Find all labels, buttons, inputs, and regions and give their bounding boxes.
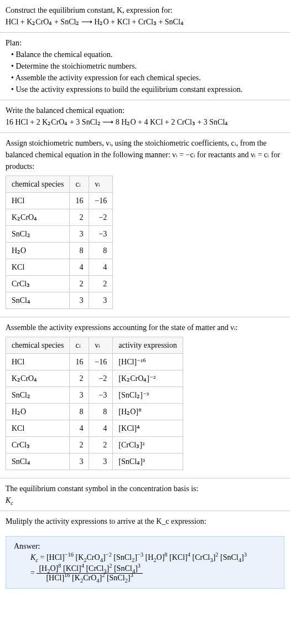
cell-activity: [CrCl₃]² <box>113 437 183 454</box>
cell-ci: 2 <box>70 276 89 292</box>
cell-vi: 2 <box>89 276 113 292</box>
cell-activity: [SnCl₄]³ <box>113 454 183 470</box>
multiply-text: Mulitply the activity expressions to arr… <box>6 516 284 527</box>
cell-ci: 16 <box>70 354 89 370</box>
table-row: KCl44 <box>6 259 113 276</box>
cell-activity: [H₂O]⁸ <box>113 404 183 420</box>
cell-species: KCl <box>6 420 70 437</box>
stoich-text: Assign stoichiometric numbers, νᵢ, using… <box>6 137 284 172</box>
cell-ci: 8 <box>70 243 89 259</box>
cell-species: HCl <box>6 354 70 370</box>
table-row: H₂O88 <box>6 243 113 259</box>
cell-species: SnCl₂ <box>6 387 70 404</box>
cell-ci: 4 <box>70 259 89 276</box>
cell-species: HCl <box>6 193 70 209</box>
cell-vi: −16 <box>89 354 113 370</box>
cell-species: H₂O <box>6 243 70 259</box>
cell-vi: 3 <box>89 454 113 470</box>
plan-bullet: • Determine the stoichiometric numbers. <box>11 60 284 72</box>
col-ci: cᵢ <box>70 337 89 354</box>
table-row: KCl44[KCl]⁴ <box>6 420 183 437</box>
cell-ci: 2 <box>70 370 89 387</box>
table-row: HCl16−16[HCl]⁻¹⁶ <box>6 354 183 370</box>
plan-bullet: • Assemble the activity expression for e… <box>11 72 284 84</box>
answer-label: Answer: <box>14 542 276 551</box>
cell-ci: 3 <box>70 387 89 404</box>
activity-section: Assemble the activity expressions accoun… <box>0 317 290 478</box>
intro-section: Construct the equilibrium constant, K, e… <box>0 0 290 33</box>
cell-species: SnCl₄ <box>6 292 70 309</box>
stoich-table: chemical species cᵢ νᵢ HCl16−16 K₂CrO₄2−… <box>6 176 113 309</box>
answer-kc-fraction: = [H2O]8 [KCl]4 [CrCl3]2 [SnCl4]3 [HCl]1… <box>30 564 276 583</box>
table-row: K₂CrO₄2−2[K₂CrO₄]⁻² <box>6 370 183 387</box>
cell-vi: 8 <box>89 243 113 259</box>
cell-ci: 2 <box>70 209 89 226</box>
table-row: K₂CrO₄2−2 <box>6 209 113 226</box>
cell-ci: 8 <box>70 404 89 420</box>
table-row: CrCl₃22 <box>6 276 113 292</box>
cell-activity: [K₂CrO₄]⁻² <box>113 370 183 387</box>
cell-species: CrCl₃ <box>6 437 70 454</box>
col-ci: cᵢ <box>70 176 89 193</box>
table-header-row: chemical species cᵢ νᵢ activity expressi… <box>6 337 183 354</box>
symbol-text: The equilibrium constant symbol in the c… <box>6 483 284 494</box>
table-row: SnCl₂3−3 <box>6 226 113 243</box>
col-activity: activity expression <box>113 337 183 354</box>
cell-activity: [KCl]⁴ <box>113 420 183 437</box>
cell-species: SnCl₄ <box>6 454 70 470</box>
cell-vi: 8 <box>89 404 113 420</box>
balanced-equation: 16 HCl + 2 K₂CrO₄ + 3 SnCl₂ ⟶ 8 H₂O + 4 … <box>6 116 284 128</box>
equals-sign: = <box>30 569 35 577</box>
cell-vi: −3 <box>89 226 113 243</box>
plan-bullet: • Balance the chemical equation. <box>11 49 284 60</box>
symbol-kc: Kc <box>6 494 284 506</box>
cell-vi: 4 <box>89 420 113 437</box>
cell-vi: 3 <box>89 292 113 309</box>
cell-vi: −2 <box>89 209 113 226</box>
cell-ci: 3 <box>70 292 89 309</box>
plan-section: Plan: • Balance the chemical equation. •… <box>0 33 290 100</box>
cell-vi: −16 <box>89 193 113 209</box>
cell-ci: 4 <box>70 420 89 437</box>
cell-species: KCl <box>6 259 70 276</box>
symbol-section: The equilibrium constant symbol in the c… <box>0 478 290 511</box>
cell-ci: 3 <box>70 226 89 243</box>
activity-table: chemical species cᵢ νᵢ activity expressi… <box>6 337 183 470</box>
table-row: SnCl₄33[SnCl₄]³ <box>6 454 183 470</box>
table-row: H₂O88[H₂O]⁸ <box>6 404 183 420</box>
cell-vi: 2 <box>89 437 113 454</box>
col-species: chemical species <box>6 337 70 354</box>
col-species: chemical species <box>6 176 70 193</box>
cell-ci: 2 <box>70 437 89 454</box>
cell-species: K₂CrO₄ <box>6 209 70 226</box>
table-row: HCl16−16 <box>6 193 113 209</box>
cell-species: K₂CrO₄ <box>6 370 70 387</box>
intro-line1: Construct the equilibrium constant, K, e… <box>6 4 284 16</box>
table-header-row: chemical species cᵢ νᵢ <box>6 176 113 193</box>
cell-vi: −3 <box>89 387 113 404</box>
stoich-section: Assign stoichiometric numbers, νᵢ, using… <box>0 133 290 317</box>
plan-heading: Plan: <box>6 37 284 49</box>
fraction-denominator: [HCl]16 [K2CrO4]2 [SnCl2]3 <box>37 574 142 583</box>
table-row: SnCl₂3−3[SnCl₂]⁻³ <box>6 387 183 404</box>
answer-kc-product: Kc = [HCl]−16 [K2CrO4]−2 [SnCl2]−3 [H2O]… <box>30 553 276 562</box>
table-row: SnCl₄33 <box>6 292 113 309</box>
fraction-numerator: [H2O]8 [KCl]4 [CrCl3]2 [SnCl4]3 <box>37 564 142 574</box>
balanced-heading: Write the balanced chemical equation: <box>6 105 284 116</box>
intro-equation: HCl + K₂CrO₄ + SnCl₂ ⟶ H₂O + KCl + CrCl₃… <box>6 16 284 28</box>
answer-box: Answer: Kc = [HCl]−16 [K2CrO4]−2 [SnCl2]… <box>6 536 284 589</box>
table-row: CrCl₃22[CrCl₃]² <box>6 437 183 454</box>
cell-vi: −2 <box>89 370 113 387</box>
col-vi: νᵢ <box>89 337 113 354</box>
cell-activity: [HCl]⁻¹⁶ <box>113 354 183 370</box>
cell-vi: 4 <box>89 259 113 276</box>
col-vi: νᵢ <box>89 176 113 193</box>
cell-species: SnCl₂ <box>6 226 70 243</box>
cell-species: H₂O <box>6 404 70 420</box>
cell-species: CrCl₃ <box>6 276 70 292</box>
balanced-section: Write the balanced chemical equation: 16… <box>0 100 290 133</box>
multiply-section: Mulitply the activity expressions to arr… <box>0 511 290 532</box>
fraction: [H2O]8 [KCl]4 [CrCl3]2 [SnCl4]3 [HCl]16 … <box>37 564 142 583</box>
cell-ci: 3 <box>70 454 89 470</box>
cell-activity: [SnCl₂]⁻³ <box>113 387 183 404</box>
